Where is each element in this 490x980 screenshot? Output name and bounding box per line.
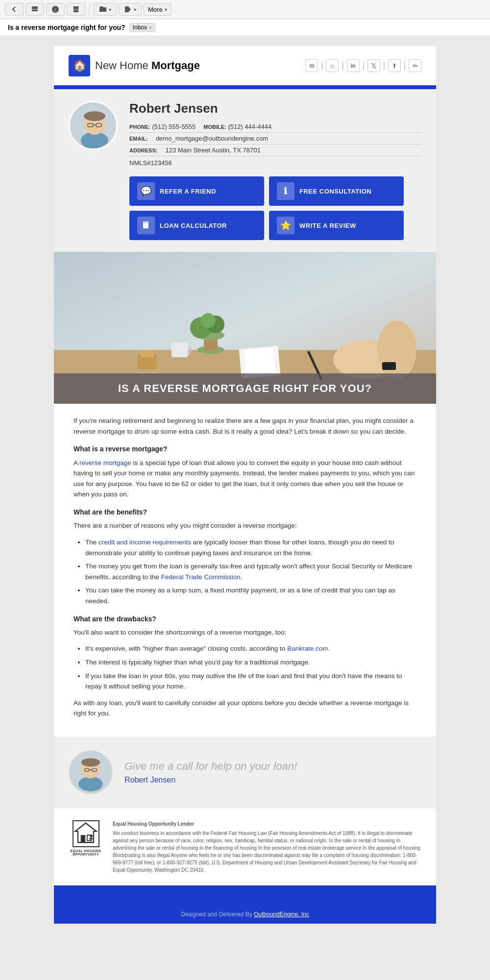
benefits-list: The credit and income requirements are t… xyxy=(85,537,416,607)
footer-credit: Designed and Delivered By OutboundEngine… xyxy=(54,905,436,924)
avatar xyxy=(69,101,118,150)
cta-grid: 💬 REFER A FRIEND ℹ FREE CONSULTATION 🖩 L… xyxy=(129,176,404,240)
article-p3: You'll also want to consider the shortco… xyxy=(74,627,416,638)
profile-phone-row: PHONE: (512) 555-5555 MOBILE: (512) 444-… xyxy=(129,121,421,133)
logo-name-plain: New Home xyxy=(95,59,151,72)
svg-point-27 xyxy=(377,320,416,379)
article-headline: IS A REVERSE MORTGAGE RIGHT FOR YOU? xyxy=(66,382,424,395)
profile-nmls: NMLS#123456 xyxy=(129,159,421,167)
svg-rect-25 xyxy=(244,347,275,374)
review-icon: ⭐ xyxy=(277,217,294,234)
eh-label: EQUAL HOUSINGOPPORTUNITY xyxy=(71,849,101,856)
inbox-tag: Inbox × xyxy=(129,23,156,32)
inbox-tag-close[interactable]: × xyxy=(149,24,152,30)
ftc-link[interactable]: Federal Trade Commission xyxy=(161,573,241,581)
article-content: If you're nearing retirement and beginni… xyxy=(54,404,436,736)
consultation-icon: ℹ xyxy=(277,182,294,200)
article-card: IS A REVERSE MORTGAGE RIGHT FOR YOU? If … xyxy=(54,252,436,736)
article-hero-image: IS A REVERSE MORTGAGE RIGHT FOR YOU? xyxy=(54,252,436,404)
reverse-mortgage-link[interactable]: reverse mortgage xyxy=(79,459,131,466)
bankrate-link[interactable]: Bankrate.com xyxy=(287,645,328,652)
svg-rect-7 xyxy=(73,6,79,7)
svg-marker-39 xyxy=(75,823,96,842)
back-button[interactable] xyxy=(5,3,24,16)
svg-rect-4 xyxy=(74,7,78,12)
bottom-cta-tagline: Give me a call for help on your loan! xyxy=(124,760,297,773)
refer-icon: 💬 xyxy=(137,182,155,200)
svg-rect-28 xyxy=(382,362,396,370)
bottom-cta-name: Robert Jensen xyxy=(124,776,297,784)
logo-text: New Home Mortgage xyxy=(95,59,200,72)
article-h3: What are the drawbacks? xyxy=(74,613,416,624)
calculator-icon: 🖩 xyxy=(137,217,155,234)
credit-requirements-link[interactable]: credit and income requirements xyxy=(98,539,191,546)
home-social-icon[interactable]: ⌂ xyxy=(326,59,339,72)
benefit-item-3: You can take the money as a lump sum, a … xyxy=(85,585,416,606)
consultation-button[interactable]: ℹ FREE CONSULTATION xyxy=(269,176,404,206)
svg-point-22 xyxy=(201,313,216,328)
email-subject: Is a reverse mortgage right for you? xyxy=(8,24,125,31)
bottom-cta-section: Give me a call for help on your loan! Ro… xyxy=(54,736,436,808)
footer-credit-text: Designed and Delivered By xyxy=(181,911,254,918)
eh-icon xyxy=(73,820,99,847)
drawbacks-list: It's expensive, with "higher than averag… xyxy=(85,643,416,691)
profile-address-row: ADDRESS: 123 Main Street Austin, TX 7870… xyxy=(129,145,421,156)
profile-name: Robert Jensen xyxy=(129,101,421,116)
svg-point-33 xyxy=(78,777,103,792)
legal-text-block: Equal Housing Opportunity Lender We cond… xyxy=(113,820,421,874)
legal-heading: Equal Housing Opportunity Lender xyxy=(113,821,194,827)
logo-house-icon: 🏠 xyxy=(69,55,90,76)
calculator-button[interactable]: 🖩 LOAN CALCULATOR xyxy=(129,211,264,240)
edit-icon[interactable]: ✏ xyxy=(409,59,421,72)
profile-info: Robert Jensen PHONE: (512) 555-5555 MOBI… xyxy=(129,101,421,240)
logo-name-bold: Mortgage xyxy=(151,59,200,72)
folder-button[interactable]: ▾ xyxy=(94,3,117,16)
info-button[interactable]: i xyxy=(46,3,65,16)
svg-point-35 xyxy=(81,758,100,766)
svg-rect-40 xyxy=(81,835,85,842)
separator-1 xyxy=(89,3,90,15)
benefit-item-1: The credit and income requirements are t… xyxy=(85,537,416,558)
article-p1: A reverse mortgage is a special type of … xyxy=(74,458,416,500)
tag-button[interactable]: ▾ xyxy=(119,3,142,16)
article-conclusion: As with any loan, you'll want to careful… xyxy=(74,698,416,719)
article-h1: What is a reverse mortgage? xyxy=(74,443,416,454)
toolbar: i ▾ ▾ More ▾ xyxy=(0,0,490,19)
facebook-icon[interactable]: f xyxy=(388,59,401,72)
social-icons: ✉ | ⌂ | in | 𝕏 | f | ✏ xyxy=(305,59,421,72)
svg-rect-0 xyxy=(32,6,38,11)
bottom-avatar xyxy=(69,750,113,794)
profile-email-row: EMAIL: demo_mortgage@outboundengine.com xyxy=(129,133,421,145)
email-body: 🏠 New Home Mortgage ✉ | ⌂ | in | 𝕏 | f |… xyxy=(54,46,436,924)
review-button[interactable]: ⭐ WRITE A REVIEW xyxy=(269,211,404,240)
tag-chevron-icon: ▾ xyxy=(134,7,136,12)
drawback-item-2: The interest is typically higher than wh… xyxy=(85,657,416,668)
article-h2: What are the benefits? xyxy=(74,507,416,517)
svg-rect-31 xyxy=(141,350,154,357)
folder-chevron-icon: ▾ xyxy=(109,7,111,12)
linkedin-icon[interactable]: in xyxy=(347,59,360,72)
bottom-cta-text-block: Give me a call for help on your loan! Ro… xyxy=(124,760,297,784)
more-chevron-icon: ▾ xyxy=(165,7,167,12)
svg-text:i: i xyxy=(55,7,56,12)
equal-housing-logo: EQUAL HOUSINGOPPORTUNITY xyxy=(69,820,103,856)
footer-blue-bar xyxy=(54,885,436,905)
profile-section: Robert Jensen PHONE: (512) 555-5555 MOBI… xyxy=(54,89,436,252)
email-wrapper: 🏠 New Home Mortgage ✉ | ⌂ | in | 𝕏 | f |… xyxy=(0,36,490,933)
benefit-item-2: The money you get from the loan is gener… xyxy=(85,561,416,582)
inbox-tag-label: Inbox xyxy=(133,24,147,31)
more-button[interactable]: More ▾ xyxy=(144,3,172,16)
refer-button[interactable]: 💬 REFER A FRIEND xyxy=(129,176,264,206)
drawback-item-1: It's expensive, with "higher than averag… xyxy=(85,643,416,654)
logo-header: 🏠 New Home Mortgage ✉ | ⌂ | in | 𝕏 | f |… xyxy=(54,46,436,85)
delete-button[interactable] xyxy=(67,3,85,16)
blue-bar xyxy=(54,85,436,89)
twitter-icon[interactable]: 𝕏 xyxy=(368,59,380,72)
svg-point-11 xyxy=(84,111,105,121)
legal-body: We conduct business in accordance with t… xyxy=(113,830,421,874)
contact-button[interactable] xyxy=(25,3,44,16)
more-label: More xyxy=(148,6,163,13)
article-intro: If you're nearing retirement and beginni… xyxy=(74,416,416,437)
outbound-engine-link[interactable]: OutboundEngine, Inc xyxy=(254,911,309,918)
email-social-icon[interactable]: ✉ xyxy=(305,59,318,72)
